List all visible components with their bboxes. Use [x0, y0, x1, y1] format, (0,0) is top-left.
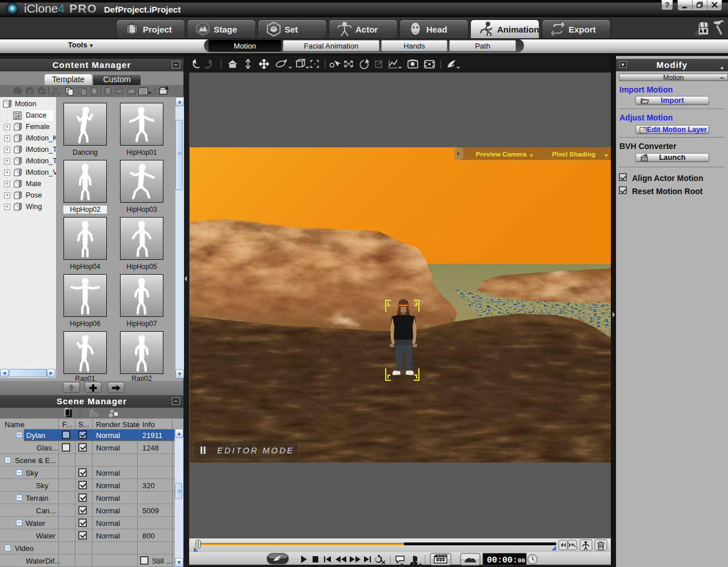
svg-text:Pixel Shading: Pixel Shading [552, 151, 595, 158]
svg-text:00: 00 [518, 557, 525, 564]
svg-text:00:00:: 00:00: [487, 556, 518, 565]
svg-text:▼: ▼ [529, 153, 534, 158]
svg-text:Preview Camera: Preview Camera [476, 151, 527, 158]
svg-text:▼: ▼ [604, 153, 609, 158]
svg-text:EDITOR MODE: EDITOR MODE [217, 446, 294, 455]
